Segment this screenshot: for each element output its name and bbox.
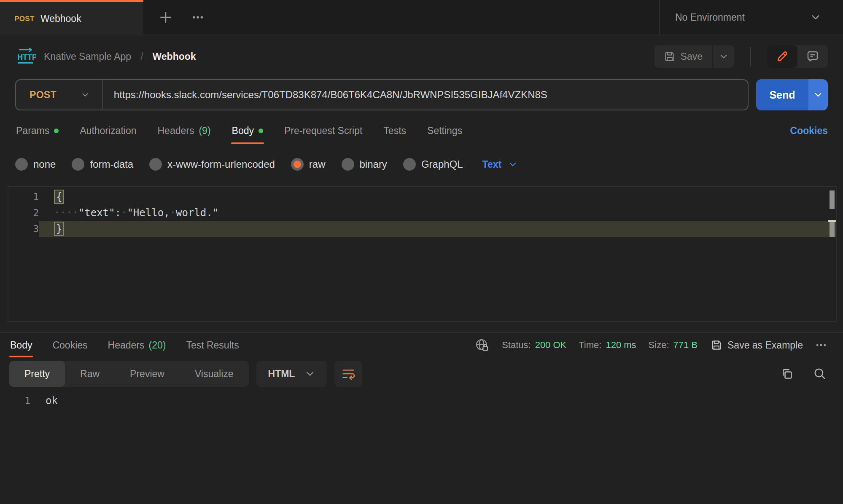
- body-type-x-www-form-urlencoded[interactable]: x-www-form-urlencoded: [149, 158, 275, 171]
- status-group[interactable]: Status: 200 OK: [502, 340, 566, 351]
- response-tab-body[interactable]: Body: [9, 333, 33, 357]
- response-tab-headers[interactable]: Headers(20): [107, 333, 167, 357]
- view-preview[interactable]: Preview: [115, 361, 180, 387]
- time-group[interactable]: Time: 120 ms: [579, 340, 636, 351]
- green-dot-indicator: [259, 129, 263, 133]
- chevron-down-icon: [508, 160, 517, 169]
- tab-headers[interactable]: Headers(9): [157, 121, 212, 148]
- view-raw[interactable]: Raw: [65, 361, 115, 387]
- radio-label: binary: [360, 158, 387, 170]
- scrollbar-thumb[interactable]: [830, 190, 835, 209]
- chevron-down-icon: [305, 369, 315, 379]
- whitespace-dot: ·: [72, 207, 78, 219]
- radio-button[interactable]: [403, 158, 416, 171]
- tab-label: Headers: [158, 125, 194, 137]
- response-line-1: 1ok: [0, 393, 843, 409]
- body-type-form-data[interactable]: form-data: [72, 158, 133, 171]
- search-response-button[interactable]: [813, 367, 827, 381]
- radio-label: form-data: [90, 158, 133, 170]
- whitespace-dot: ·: [66, 207, 72, 219]
- size-value: 771 B: [673, 340, 698, 351]
- save-as-example-label: Save as Example: [727, 340, 803, 351]
- request-body-editor[interactable]: 1{2····"text":·"Hello,·world."3}: [8, 186, 837, 322]
- new-tab-button[interactable]: [159, 10, 173, 24]
- raw-format-selector[interactable]: Text: [482, 159, 518, 170]
- editor-scrollbar[interactable]: [828, 187, 836, 321]
- editor-line-2[interactable]: 2····"text":·"Hello,·world.": [8, 205, 836, 221]
- method-label: POST: [30, 89, 57, 101]
- status-label: Status:: [502, 340, 531, 351]
- environment-label: No Environment: [675, 12, 745, 23]
- environment-selector[interactable]: No Environment: [659, 0, 843, 35]
- breadcrumb-separator: /: [140, 51, 143, 62]
- line-number: 3: [8, 221, 39, 237]
- breadcrumb-workspace[interactable]: Knative Sample App: [44, 51, 131, 62]
- view-pretty[interactable]: Pretty: [9, 361, 65, 387]
- breadcrumb-current: Webhook: [153, 51, 196, 62]
- tab-params[interactable]: Params: [15, 121, 59, 148]
- send-options-button[interactable]: [808, 79, 828, 110]
- copy-icon: [780, 367, 794, 381]
- tab-tests[interactable]: Tests: [382, 121, 407, 148]
- save-options-button[interactable]: [713, 45, 734, 68]
- http-badge-text: HTTP: [17, 53, 36, 62]
- comments-button[interactable]: [797, 45, 828, 68]
- send-split-button: Send: [756, 79, 828, 110]
- tab-pre-request-script[interactable]: Pre-request Script: [283, 121, 363, 148]
- editor-line-1[interactable]: 1{: [8, 189, 836, 205]
- edit-description-button[interactable]: [767, 45, 797, 68]
- save-button[interactable]: Save: [654, 45, 712, 68]
- tab-strip-rest: [143, 0, 659, 35]
- tab-label: Test Results: [186, 340, 239, 351]
- radio-button[interactable]: [291, 158, 304, 171]
- request-header-row: HTTP Knative Sample App / Webhook Save: [0, 35, 843, 78]
- tab-settings[interactable]: Settings: [426, 121, 463, 148]
- floppy-disk-icon: [711, 339, 722, 351]
- response-format-selector[interactable]: HTML: [256, 361, 327, 387]
- search-icon: [813, 367, 827, 381]
- copy-response-button[interactable]: [780, 367, 794, 381]
- documentation-button-group: [767, 45, 828, 68]
- radio-button[interactable]: [72, 158, 84, 171]
- chevron-down-icon: [81, 91, 89, 99]
- wrap-text-button[interactable]: [334, 361, 362, 387]
- body-type-binary[interactable]: binary: [342, 158, 387, 171]
- cookies-link[interactable]: Cookies: [790, 121, 828, 148]
- bracket-match-highlight: {: [54, 190, 64, 204]
- radio-label: raw: [309, 158, 326, 170]
- size-group[interactable]: Size: 771 B: [649, 340, 698, 351]
- time-value: 120 ms: [606, 340, 636, 351]
- body-type-none[interactable]: none: [15, 158, 56, 171]
- response-options-button[interactable]: [815, 339, 827, 351]
- editor-line-3[interactable]: 3}: [8, 221, 836, 237]
- view-visualize[interactable]: Visualize: [180, 361, 249, 387]
- method-selector[interactable]: POST: [16, 89, 102, 101]
- ellipsis-icon: [815, 339, 827, 351]
- radio-button[interactable]: [342, 158, 354, 171]
- body-type-raw[interactable]: raw: [291, 158, 326, 171]
- save-split-button: Save: [654, 45, 734, 68]
- raw-format-label: Text: [482, 159, 502, 170]
- line-number: 2: [8, 205, 39, 221]
- radio-button[interactable]: [149, 158, 162, 171]
- tab-label: Tests: [383, 125, 406, 137]
- tab-authorization[interactable]: Authorization: [79, 121, 137, 148]
- response-body[interactable]: 1ok: [0, 393, 843, 409]
- tab-strip: POST Webhook No Environment: [0, 0, 843, 35]
- whitespace-dot: ·: [121, 207, 127, 219]
- tab-options-button[interactable]: [191, 11, 204, 24]
- tab-body[interactable]: Body: [231, 121, 264, 148]
- whitespace-dot: ·: [170, 207, 176, 219]
- save-as-example-button[interactable]: Save as Example: [711, 339, 803, 351]
- response-tab-test-results[interactable]: Test Results: [185, 333, 240, 357]
- chevron-down-icon: [813, 90, 823, 99]
- request-tab-webhook[interactable]: POST Webhook: [0, 0, 143, 35]
- response-tab-cookies[interactable]: Cookies: [51, 333, 88, 357]
- radio-button[interactable]: [15, 158, 28, 171]
- response-tabs: BodyCookiesHeaders(20)Test Results: [9, 333, 240, 357]
- send-button[interactable]: Send: [756, 79, 808, 110]
- url-input[interactable]: https://hooks.slack.com/services/T06TD83…: [103, 89, 547, 101]
- request-tab-title: Webhook: [40, 13, 81, 24]
- body-type-graphql[interactable]: GraphQL: [403, 158, 463, 171]
- response-section: BodyCookiesHeaders(20)Test Results Statu…: [0, 332, 843, 409]
